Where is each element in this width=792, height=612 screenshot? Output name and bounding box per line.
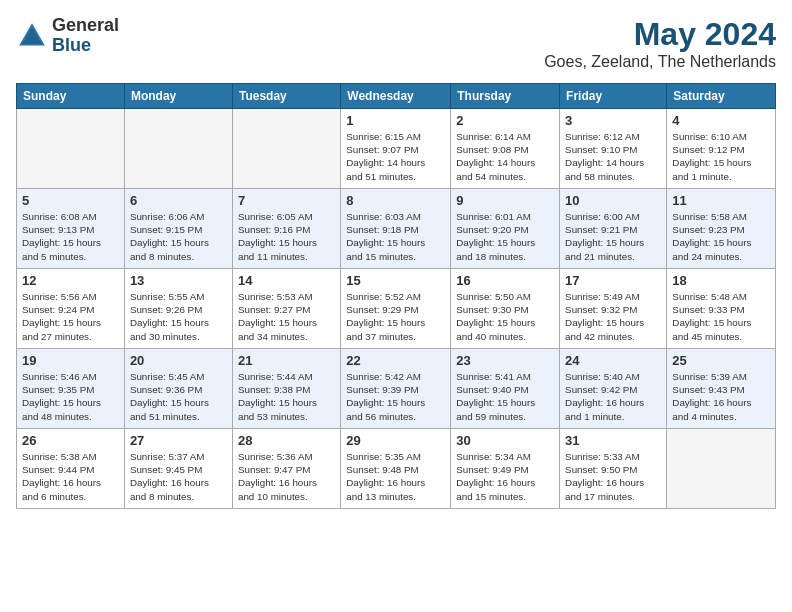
calendar-week-row: 26Sunrise: 5:38 AM Sunset: 9:44 PM Dayli… — [17, 429, 776, 509]
day-info: Sunrise: 5:41 AM Sunset: 9:40 PM Dayligh… — [456, 370, 554, 423]
calendar-day-cell: 25Sunrise: 5:39 AM Sunset: 9:43 PM Dayli… — [667, 349, 776, 429]
day-info: Sunrise: 6:05 AM Sunset: 9:16 PM Dayligh… — [238, 210, 335, 263]
day-number: 24 — [565, 353, 661, 368]
day-number: 1 — [346, 113, 445, 128]
day-info: Sunrise: 6:00 AM Sunset: 9:21 PM Dayligh… — [565, 210, 661, 263]
day-info: Sunrise: 5:55 AM Sunset: 9:26 PM Dayligh… — [130, 290, 227, 343]
logo-text: General Blue — [52, 16, 119, 56]
day-number: 21 — [238, 353, 335, 368]
day-number: 2 — [456, 113, 554, 128]
day-info: Sunrise: 5:33 AM Sunset: 9:50 PM Dayligh… — [565, 450, 661, 503]
day-info: Sunrise: 6:01 AM Sunset: 9:20 PM Dayligh… — [456, 210, 554, 263]
weekday-header-thursday: Thursday — [451, 84, 560, 109]
location: Goes, Zeeland, The Netherlands — [544, 53, 776, 71]
calendar-day-cell — [667, 429, 776, 509]
logo: General Blue — [16, 16, 119, 56]
day-number: 16 — [456, 273, 554, 288]
weekday-header-row: SundayMondayTuesdayWednesdayThursdayFrid… — [17, 84, 776, 109]
day-number: 4 — [672, 113, 770, 128]
calendar-day-cell: 10Sunrise: 6:00 AM Sunset: 9:21 PM Dayli… — [560, 189, 667, 269]
day-info: Sunrise: 5:58 AM Sunset: 9:23 PM Dayligh… — [672, 210, 770, 263]
calendar-week-row: 5Sunrise: 6:08 AM Sunset: 9:13 PM Daylig… — [17, 189, 776, 269]
day-info: Sunrise: 5:34 AM Sunset: 9:49 PM Dayligh… — [456, 450, 554, 503]
day-info: Sunrise: 5:44 AM Sunset: 9:38 PM Dayligh… — [238, 370, 335, 423]
day-number: 8 — [346, 193, 445, 208]
day-info: Sunrise: 5:42 AM Sunset: 9:39 PM Dayligh… — [346, 370, 445, 423]
calendar-day-cell: 26Sunrise: 5:38 AM Sunset: 9:44 PM Dayli… — [17, 429, 125, 509]
day-number: 23 — [456, 353, 554, 368]
day-number: 15 — [346, 273, 445, 288]
calendar-day-cell: 8Sunrise: 6:03 AM Sunset: 9:18 PM Daylig… — [341, 189, 451, 269]
day-number: 18 — [672, 273, 770, 288]
day-number: 14 — [238, 273, 335, 288]
calendar-day-cell: 7Sunrise: 6:05 AM Sunset: 9:16 PM Daylig… — [232, 189, 340, 269]
day-info: Sunrise: 6:10 AM Sunset: 9:12 PM Dayligh… — [672, 130, 770, 183]
calendar-day-cell: 29Sunrise: 5:35 AM Sunset: 9:48 PM Dayli… — [341, 429, 451, 509]
month-title: May 2024 — [544, 16, 776, 53]
day-info: Sunrise: 5:56 AM Sunset: 9:24 PM Dayligh… — [22, 290, 119, 343]
day-number: 3 — [565, 113, 661, 128]
day-number: 12 — [22, 273, 119, 288]
day-number: 10 — [565, 193, 661, 208]
day-number: 22 — [346, 353, 445, 368]
day-info: Sunrise: 5:53 AM Sunset: 9:27 PM Dayligh… — [238, 290, 335, 343]
day-number: 27 — [130, 433, 227, 448]
calendar-day-cell: 19Sunrise: 5:46 AM Sunset: 9:35 PM Dayli… — [17, 349, 125, 429]
calendar-day-cell: 18Sunrise: 5:48 AM Sunset: 9:33 PM Dayli… — [667, 269, 776, 349]
day-info: Sunrise: 6:12 AM Sunset: 9:10 PM Dayligh… — [565, 130, 661, 183]
calendar-day-cell: 3Sunrise: 6:12 AM Sunset: 9:10 PM Daylig… — [560, 109, 667, 189]
calendar-day-cell — [124, 109, 232, 189]
weekday-header-tuesday: Tuesday — [232, 84, 340, 109]
day-info: Sunrise: 5:52 AM Sunset: 9:29 PM Dayligh… — [346, 290, 445, 343]
day-number: 28 — [238, 433, 335, 448]
calendar-day-cell: 31Sunrise: 5:33 AM Sunset: 9:50 PM Dayli… — [560, 429, 667, 509]
calendar-day-cell: 14Sunrise: 5:53 AM Sunset: 9:27 PM Dayli… — [232, 269, 340, 349]
day-number: 19 — [22, 353, 119, 368]
calendar-day-cell — [17, 109, 125, 189]
calendar-day-cell — [232, 109, 340, 189]
day-number: 9 — [456, 193, 554, 208]
day-info: Sunrise: 5:37 AM Sunset: 9:45 PM Dayligh… — [130, 450, 227, 503]
weekday-header-friday: Friday — [560, 84, 667, 109]
calendar-day-cell: 12Sunrise: 5:56 AM Sunset: 9:24 PM Dayli… — [17, 269, 125, 349]
day-number: 25 — [672, 353, 770, 368]
calendar-day-cell: 30Sunrise: 5:34 AM Sunset: 9:49 PM Dayli… — [451, 429, 560, 509]
page-header: General Blue May 2024 Goes, Zeeland, The… — [16, 16, 776, 71]
day-info: Sunrise: 6:03 AM Sunset: 9:18 PM Dayligh… — [346, 210, 445, 263]
day-number: 7 — [238, 193, 335, 208]
calendar-day-cell: 15Sunrise: 5:52 AM Sunset: 9:29 PM Dayli… — [341, 269, 451, 349]
weekday-header-monday: Monday — [124, 84, 232, 109]
day-info: Sunrise: 5:39 AM Sunset: 9:43 PM Dayligh… — [672, 370, 770, 423]
calendar-day-cell: 28Sunrise: 5:36 AM Sunset: 9:47 PM Dayli… — [232, 429, 340, 509]
calendar-day-cell: 27Sunrise: 5:37 AM Sunset: 9:45 PM Dayli… — [124, 429, 232, 509]
calendar-day-cell: 4Sunrise: 6:10 AM Sunset: 9:12 PM Daylig… — [667, 109, 776, 189]
calendar-day-cell: 13Sunrise: 5:55 AM Sunset: 9:26 PM Dayli… — [124, 269, 232, 349]
day-number: 20 — [130, 353, 227, 368]
day-info: Sunrise: 5:35 AM Sunset: 9:48 PM Dayligh… — [346, 450, 445, 503]
day-info: Sunrise: 5:49 AM Sunset: 9:32 PM Dayligh… — [565, 290, 661, 343]
calendar-table: SundayMondayTuesdayWednesdayThursdayFrid… — [16, 83, 776, 509]
logo-icon — [16, 20, 48, 52]
weekday-header-saturday: Saturday — [667, 84, 776, 109]
calendar-day-cell: 1Sunrise: 6:15 AM Sunset: 9:07 PM Daylig… — [341, 109, 451, 189]
calendar-day-cell: 6Sunrise: 6:06 AM Sunset: 9:15 PM Daylig… — [124, 189, 232, 269]
calendar-day-cell: 2Sunrise: 6:14 AM Sunset: 9:08 PM Daylig… — [451, 109, 560, 189]
calendar-day-cell: 17Sunrise: 5:49 AM Sunset: 9:32 PM Dayli… — [560, 269, 667, 349]
day-number: 6 — [130, 193, 227, 208]
calendar-day-cell: 24Sunrise: 5:40 AM Sunset: 9:42 PM Dayli… — [560, 349, 667, 429]
day-number: 11 — [672, 193, 770, 208]
logo-general-text: General — [52, 16, 119, 36]
day-number: 26 — [22, 433, 119, 448]
day-number: 30 — [456, 433, 554, 448]
day-info: Sunrise: 6:14 AM Sunset: 9:08 PM Dayligh… — [456, 130, 554, 183]
day-info: Sunrise: 5:38 AM Sunset: 9:44 PM Dayligh… — [22, 450, 119, 503]
calendar-day-cell: 20Sunrise: 5:45 AM Sunset: 9:36 PM Dayli… — [124, 349, 232, 429]
calendar-week-row: 12Sunrise: 5:56 AM Sunset: 9:24 PM Dayli… — [17, 269, 776, 349]
calendar-week-row: 1Sunrise: 6:15 AM Sunset: 9:07 PM Daylig… — [17, 109, 776, 189]
day-info: Sunrise: 6:08 AM Sunset: 9:13 PM Dayligh… — [22, 210, 119, 263]
calendar-week-row: 19Sunrise: 5:46 AM Sunset: 9:35 PM Dayli… — [17, 349, 776, 429]
day-info: Sunrise: 6:15 AM Sunset: 9:07 PM Dayligh… — [346, 130, 445, 183]
weekday-header-wednesday: Wednesday — [341, 84, 451, 109]
calendar-day-cell: 22Sunrise: 5:42 AM Sunset: 9:39 PM Dayli… — [341, 349, 451, 429]
calendar-day-cell: 21Sunrise: 5:44 AM Sunset: 9:38 PM Dayli… — [232, 349, 340, 429]
